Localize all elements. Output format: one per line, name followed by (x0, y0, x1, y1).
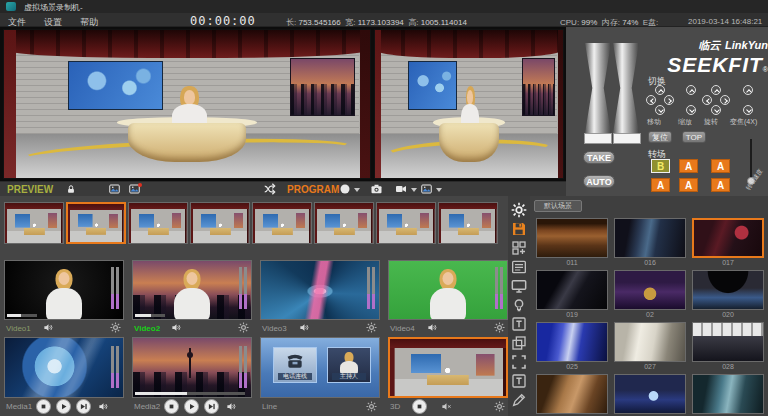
video-dropdown-icon[interactable] (411, 188, 417, 192)
scene-thumb-011[interactable] (536, 218, 608, 258)
preset-thumb-7[interactable] (376, 202, 436, 244)
lock-icon[interactable] (66, 184, 76, 195)
snapshot-icon[interactable] (108, 183, 121, 195)
record-dropdown-icon[interactable] (354, 188, 360, 192)
camera-icon[interactable] (370, 183, 383, 195)
rotate-left-button[interactable] (702, 95, 712, 105)
preset-thumb-5[interactable] (252, 202, 312, 244)
settings-icon[interactable] (511, 202, 527, 218)
zoom-in-button[interactable] (743, 85, 753, 95)
preset-thumb-2-selected[interactable] (66, 202, 126, 244)
transition-b-button[interactable]: B (651, 159, 670, 173)
scale-up-button[interactable] (686, 85, 696, 95)
video1-thumb[interactable] (4, 260, 124, 320)
video3-speaker-icon[interactable] (298, 322, 311, 333)
media2-play-button[interactable] (184, 399, 199, 414)
preset-thumb-3[interactable] (128, 202, 188, 244)
swap-icon[interactable] (258, 182, 282, 196)
scene-thumb-row4-2[interactable] (614, 374, 686, 414)
move-down-button[interactable] (655, 105, 665, 115)
video3-thumb[interactable] (260, 260, 380, 320)
scale-down-button[interactable] (686, 105, 696, 115)
scene-thumb-017-selected[interactable] (692, 218, 764, 258)
phone-box: 电话连线 (273, 347, 317, 383)
rotate-down-button[interactable] (711, 105, 721, 115)
transition-a2-button[interactable]: A (711, 159, 730, 173)
frame-icon[interactable] (511, 354, 527, 370)
text-icon[interactable] (511, 316, 527, 332)
layers-icon[interactable] (511, 335, 527, 351)
media2-stop-button[interactable] (164, 399, 179, 414)
move-left-button[interactable] (646, 95, 656, 105)
take-button[interactable]: TAKE (583, 151, 615, 164)
media1-speaker-icon[interactable] (97, 401, 110, 412)
scene-thumb-020[interactable] (692, 270, 764, 310)
studio3d-gear-icon[interactable] (494, 401, 505, 412)
add-layout-icon[interactable] (511, 240, 527, 256)
studio3d-speaker-mute-icon[interactable] (440, 401, 453, 412)
media1-stop-button[interactable] (36, 399, 51, 414)
tbar-handle-left[interactable] (584, 133, 612, 144)
move-up-button[interactable] (655, 85, 665, 95)
line-thumb[interactable]: 电话连线 主持人 (260, 337, 380, 398)
rotate-right-button[interactable] (720, 95, 730, 105)
scene-thumb-027[interactable] (614, 322, 686, 362)
video4-speaker-icon[interactable] (426, 322, 439, 333)
image-output-icon[interactable] (420, 183, 433, 195)
media2-next-button[interactable] (204, 399, 219, 414)
preset-thumb-4[interactable] (190, 202, 250, 244)
media2-thumb[interactable] (132, 337, 252, 398)
subtitle-icon[interactable] (511, 373, 527, 389)
transition-a1-button[interactable]: A (679, 159, 698, 173)
draw-icon[interactable] (511, 392, 527, 408)
dpad-rotate-label: 旋转 (704, 117, 718, 127)
scene-thumb-016[interactable] (614, 218, 686, 258)
monitor-icon[interactable] (511, 278, 527, 294)
tbar-paddle-left[interactable] (585, 43, 611, 133)
video2-thumb[interactable] (132, 260, 252, 320)
preview-monitor[interactable] (3, 29, 371, 179)
transition-a3-button[interactable]: A (651, 178, 670, 192)
scene-thumb-row4-3[interactable] (692, 374, 764, 414)
scene-thumb-02[interactable] (614, 270, 686, 310)
light-icon[interactable] (511, 297, 527, 313)
transition-a4-button[interactable]: A (679, 178, 698, 192)
auto-button[interactable]: AUTO (583, 175, 615, 188)
top-button[interactable]: TOP (682, 131, 706, 143)
tbar-handle-right[interactable] (613, 133, 641, 144)
video2-speaker-icon[interactable] (170, 322, 183, 333)
move-right-button[interactable] (664, 95, 674, 105)
preset-thumb-6[interactable] (314, 202, 374, 244)
zoom-out-button[interactable] (743, 105, 753, 115)
media1-thumb[interactable] (4, 337, 124, 398)
save-icon[interactable] (511, 221, 527, 237)
scene-thumb-025[interactable] (536, 322, 608, 362)
media1-next-button[interactable] (76, 399, 91, 414)
tbar-paddle-right[interactable] (613, 43, 639, 133)
program-monitor[interactable] (374, 29, 564, 179)
video-camera-icon[interactable] (394, 183, 408, 195)
line-gear-icon[interactable] (366, 401, 377, 412)
scene-thumb-019[interactable] (536, 270, 608, 310)
video4-gear-icon[interactable] (494, 322, 505, 333)
reset-button[interactable]: 复位 (648, 131, 672, 143)
video4-thumb[interactable] (388, 260, 508, 320)
video3-gear-icon[interactable] (366, 322, 377, 333)
video2-gear-icon[interactable] (238, 322, 249, 333)
studio3d-stop-button[interactable] (412, 399, 427, 414)
scene-thumb-row4-1[interactable] (536, 374, 608, 414)
media1-play-button[interactable] (56, 399, 71, 414)
video1-gear-icon[interactable] (110, 322, 121, 333)
preset-thumb-1[interactable] (4, 202, 64, 244)
record-icon[interactable] (339, 183, 351, 195)
image-dropdown-icon[interactable] (436, 188, 442, 192)
transition-a5-button[interactable]: A (711, 178, 730, 192)
rotate-up-button[interactable] (711, 85, 721, 95)
studio3d-thumb[interactable] (388, 337, 508, 398)
scene-tab-default[interactable]: 默认场景 (534, 200, 582, 212)
scene-thumb-028[interactable] (692, 322, 764, 362)
video1-speaker-icon[interactable] (42, 322, 55, 333)
media2-speaker-icon[interactable] (225, 401, 238, 412)
preset-thumb-8[interactable] (438, 202, 498, 244)
list-icon[interactable] (511, 259, 527, 275)
